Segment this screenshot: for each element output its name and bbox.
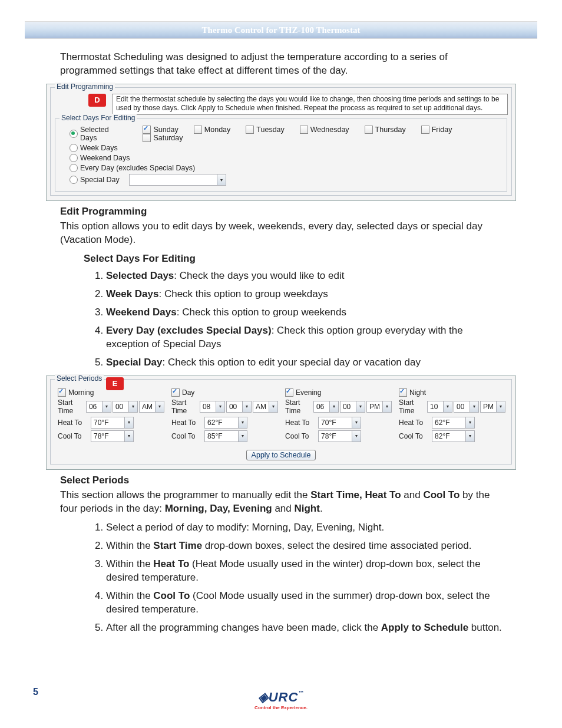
period-name: Day — [182, 388, 194, 397]
chevron-down-icon: ▾ — [352, 417, 361, 428]
day-checkbox-saturday[interactable]: Saturday — [143, 134, 183, 142]
select-periods-heading: Select Periods — [60, 475, 502, 486]
dropdown[interactable]: PM▾ — [366, 401, 392, 413]
select-days-fieldset: Select Days For Editing Selected Days Su… — [55, 118, 507, 192]
period-name: Morning — [68, 388, 94, 397]
dropdown-value: AM — [253, 403, 269, 411]
dropdown[interactable]: 70°F▾ — [318, 417, 361, 429]
radio-every-day[interactable] — [70, 164, 78, 172]
day-checkbox-friday[interactable]: Friday — [421, 126, 452, 134]
period-name: Night — [409, 388, 426, 397]
cool-to-label: Cool To — [399, 432, 432, 440]
dropdown[interactable]: AM▾ — [139, 401, 164, 413]
list-item: Week Days: Check this option to group we… — [106, 288, 502, 301]
list-item: Within the Cool To (Cool Mode usually us… — [106, 589, 502, 617]
dropdown[interactable]: 70°F▾ — [91, 417, 134, 429]
period-checkbox[interactable] — [285, 388, 293, 397]
chevron-down-icon: ▾ — [102, 401, 111, 412]
page-header: Thermo Control for THZ-100 Thermostat — [25, 21, 537, 39]
cool-to-label: Cool To — [171, 432, 204, 440]
day-checkbox-wednesday[interactable]: Wednesday — [300, 126, 349, 134]
dropdown-value: 00 — [340, 403, 356, 411]
dropdown[interactable]: 00▾ — [340, 401, 365, 413]
dropdown[interactable]: 10▾ — [427, 401, 452, 413]
chevron-down-icon: ▾ — [242, 401, 251, 412]
chevron-down-icon: ▾ — [465, 417, 474, 428]
period-day: DayStart Time08▾00▾AM▾Heat To62°F▾Cool T… — [171, 387, 279, 444]
radio-special-day-label: Special Day — [80, 176, 120, 184]
dropdown[interactable]: 06▾ — [86, 401, 111, 413]
period-name: Evening — [296, 388, 321, 397]
chevron-down-icon: ▾ — [382, 401, 391, 412]
checkbox-icon — [246, 126, 254, 134]
radio-week-days[interactable] — [70, 144, 78, 152]
select-periods-list: Select a period of day to modify: Mornin… — [78, 521, 502, 635]
chevron-down-icon: ▾ — [356, 401, 365, 412]
dropdown[interactable]: 08▾ — [200, 401, 225, 413]
dropdown-value: AM — [140, 403, 155, 411]
day-checkbox-thursday[interactable]: Thursday — [365, 126, 406, 134]
dropdown[interactable]: 78°F▾ — [91, 430, 134, 442]
select-days-legend: Select Days For Editing — [59, 114, 137, 122]
start-time-label: Start Time — [171, 398, 200, 415]
chevron-down-icon: ▾ — [155, 401, 164, 412]
cool-to-label: Cool To — [58, 432, 91, 440]
period-checkbox[interactable] — [58, 388, 66, 397]
dropdown[interactable]: 00▾ — [113, 401, 138, 413]
chevron-down-icon: ▾ — [465, 431, 474, 442]
dropdown[interactable]: 06▾ — [313, 401, 339, 413]
select-periods-intro: This section allows the programmer to ma… — [60, 489, 502, 516]
dropdown-value: 00 — [113, 403, 128, 411]
dropdown[interactable]: 00▾ — [454, 401, 479, 413]
dropdown-value: 70°F — [319, 419, 352, 427]
cool-to-label: Cool To — [285, 432, 318, 440]
heat-to-label: Heat To — [285, 419, 318, 427]
chevron-down-icon: ▾ — [238, 431, 247, 442]
period-checkbox[interactable] — [399, 388, 407, 397]
list-item: Weekend Days: Check this option to group… — [106, 306, 502, 319]
period-morning: MorningStart Time06▾00▾AM▾Heat To70°F▾Co… — [58, 387, 166, 444]
dropdown[interactable]: 62°F▾ — [432, 417, 475, 429]
dropdown[interactable]: 00▾ — [226, 401, 252, 413]
checkbox-icon — [365, 126, 373, 134]
select-periods-fieldset: Select Periods E MorningStart Time06▾00▾… — [50, 379, 512, 465]
special-day-dropdown[interactable]: ▾ — [129, 174, 226, 186]
chevron-down-icon: ▾ — [269, 401, 277, 412]
dropdown[interactable]: AM▾ — [253, 401, 278, 413]
apply-to-schedule-button[interactable]: Apply to Schedule — [246, 450, 316, 460]
dropdown[interactable]: 85°F▾ — [204, 430, 247, 442]
dropdown-value: 78°F — [91, 432, 124, 440]
dropdown[interactable]: PM▾ — [480, 401, 505, 413]
badge-e: E — [106, 377, 124, 390]
day-label: Thursday — [375, 126, 406, 134]
dropdown[interactable]: 82°F▾ — [432, 430, 475, 442]
dropdown-value: 85°F — [205, 432, 238, 440]
day-label: Tuesday — [256, 126, 284, 134]
dropdown-value: 06 — [87, 403, 102, 411]
radio-selected-days[interactable] — [70, 130, 78, 138]
select-days-list: Selected Days: Check the days you would … — [84, 269, 502, 370]
chevron-down-icon: ▾ — [124, 417, 133, 428]
intro-paragraph: Thermostat Scheduling was designed to ad… — [60, 51, 502, 78]
dropdown[interactable]: 78°F▾ — [318, 430, 361, 442]
chevron-down-icon: ▾ — [352, 431, 361, 442]
period-night: NightStart Time10▾00▾PM▾Heat To62°F▾Cool… — [399, 387, 507, 444]
period-evening: EveningStart Time06▾00▾PM▾Heat To70°F▾Co… — [285, 387, 393, 444]
list-item: After all the programming changes have b… — [106, 621, 502, 635]
chevron-down-icon: ▾ — [496, 401, 505, 412]
checkbox-icon — [143, 126, 151, 134]
day-checkbox-tuesday[interactable]: Tuesday — [246, 126, 284, 134]
edit-programming-heading: Edit Programming — [60, 206, 502, 218]
radio-special-day[interactable] — [70, 176, 78, 184]
dropdown-value: 82°F — [432, 432, 465, 440]
day-checkbox-sunday[interactable]: Sunday — [143, 126, 178, 134]
radio-weekend-days-label: Weekend Days — [80, 154, 130, 162]
dropdown[interactable]: 62°F▾ — [204, 417, 247, 429]
radio-weekend-days[interactable] — [70, 154, 78, 162]
dropdown-value: 00 — [227, 403, 242, 411]
radio-every-day-label: Every Day (excludes Special Days) — [80, 164, 195, 172]
select-days-heading: Select Days For Editing — [84, 253, 502, 265]
day-checkbox-monday[interactable]: Monday — [194, 126, 230, 134]
period-checkbox[interactable] — [171, 388, 180, 397]
start-time-label: Start Time — [399, 398, 427, 415]
